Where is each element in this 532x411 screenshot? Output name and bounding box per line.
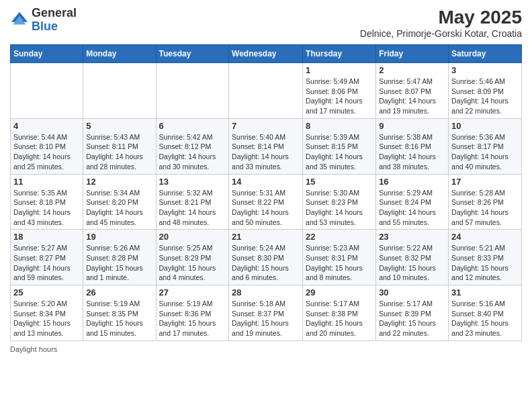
calendar-cell: 25Sunrise: 5:20 AM Sunset: 8:34 PM Dayli… [11, 285, 83, 341]
logo: General Blue [10, 7, 77, 34]
calendar-cell: 10Sunrise: 5:36 AM Sunset: 8:17 PM Dayli… [449, 118, 522, 174]
day-info: Sunrise: 5:42 AM Sunset: 8:12 PM Dayligh… [159, 132, 226, 172]
calendar-cell: 12Sunrise: 5:34 AM Sunset: 8:20 PM Dayli… [83, 174, 156, 230]
day-info: Sunrise: 5:38 AM Sunset: 8:16 PM Dayligh… [379, 132, 445, 172]
day-number: 11 [13, 177, 80, 187]
day-number: 2 [379, 65, 445, 75]
calendar-cell: 29Sunrise: 5:17 AM Sunset: 8:38 PM Dayli… [303, 285, 376, 341]
calendar-cell: 13Sunrise: 5:32 AM Sunset: 8:21 PM Dayli… [156, 174, 229, 230]
calendar-day-header: Thursday [303, 45, 376, 63]
day-number: 17 [451, 177, 519, 187]
logo-general-text: General [32, 6, 77, 19]
day-info: Sunrise: 5:18 AM Sunset: 8:37 PM Dayligh… [232, 299, 300, 338]
calendar-week-row: 18Sunrise: 5:27 AM Sunset: 8:27 PM Dayli… [11, 230, 522, 285]
calendar-cell [83, 63, 156, 119]
calendar-week-row: 1Sunrise: 5:49 AM Sunset: 8:06 PM Daylig… [11, 63, 522, 119]
calendar-day-header: Saturday [449, 45, 522, 63]
page-header: General Blue May 2025 Delnice, Primorje-… [10, 7, 522, 39]
calendar-cell: 16Sunrise: 5:29 AM Sunset: 8:24 PM Dayli… [376, 174, 449, 230]
calendar-cell: 8Sunrise: 5:39 AM Sunset: 8:15 PM Daylig… [303, 118, 376, 174]
day-number: 27 [159, 287, 226, 298]
calendar-cell: 15Sunrise: 5:30 AM Sunset: 8:23 PM Dayli… [303, 174, 376, 230]
day-info: Sunrise: 5:16 AM Sunset: 8:40 PM Dayligh… [451, 299, 519, 338]
day-number: 31 [451, 287, 519, 298]
logo-blue-text: Blue [32, 19, 58, 33]
day-info: Sunrise: 5:34 AM Sunset: 8:20 PM Dayligh… [86, 188, 152, 228]
calendar-cell [156, 63, 229, 119]
day-info: Sunrise: 5:32 AM Sunset: 8:21 PM Dayligh… [159, 188, 226, 228]
day-info: Sunrise: 5:25 AM Sunset: 8:29 PM Dayligh… [159, 243, 226, 283]
calendar-cell [229, 63, 303, 119]
day-info: Sunrise: 5:31 AM Sunset: 8:22 PM Dayligh… [232, 188, 300, 228]
day-info: Sunrise: 5:35 AM Sunset: 8:18 PM Dayligh… [13, 188, 80, 228]
calendar-cell: 31Sunrise: 5:16 AM Sunset: 8:40 PM Dayli… [449, 285, 522, 341]
calendar-cell: 27Sunrise: 5:19 AM Sunset: 8:36 PM Dayli… [156, 285, 229, 341]
day-info: Sunrise: 5:36 AM Sunset: 8:17 PM Dayligh… [451, 132, 519, 172]
day-number: 4 [13, 121, 80, 131]
day-number: 15 [306, 177, 373, 187]
calendar-cell: 28Sunrise: 5:18 AM Sunset: 8:37 PM Dayli… [229, 285, 303, 341]
calendar-cell: 30Sunrise: 5:17 AM Sunset: 8:39 PM Dayli… [376, 285, 449, 341]
calendar-week-row: 4Sunrise: 5:44 AM Sunset: 8:10 PM Daylig… [11, 118, 522, 174]
day-number: 30 [379, 287, 445, 298]
day-number: 24 [451, 232, 519, 242]
day-number: 21 [232, 232, 300, 242]
calendar-cell: 9Sunrise: 5:38 AM Sunset: 8:16 PM Daylig… [376, 118, 449, 174]
logo-icon [10, 11, 29, 30]
day-info: Sunrise: 5:26 AM Sunset: 8:28 PM Dayligh… [86, 243, 152, 283]
day-number: 12 [86, 177, 152, 187]
day-info: Sunrise: 5:20 AM Sunset: 8:34 PM Dayligh… [13, 299, 80, 338]
day-info: Sunrise: 5:46 AM Sunset: 8:09 PM Dayligh… [451, 77, 519, 116]
calendar-cell: 1Sunrise: 5:49 AM Sunset: 8:06 PM Daylig… [303, 63, 376, 119]
calendar-cell: 18Sunrise: 5:27 AM Sunset: 8:27 PM Dayli… [11, 230, 83, 285]
calendar-cell: 4Sunrise: 5:44 AM Sunset: 8:10 PM Daylig… [11, 118, 83, 174]
calendar-header-row: SundayMondayTuesdayWednesdayThursdayFrid… [11, 45, 522, 63]
day-number: 10 [451, 121, 519, 131]
day-number: 5 [86, 121, 152, 131]
day-info: Sunrise: 5:24 AM Sunset: 8:30 PM Dayligh… [232, 243, 300, 283]
day-number: 28 [232, 287, 300, 298]
day-info: Sunrise: 5:17 AM Sunset: 8:38 PM Dayligh… [306, 299, 373, 338]
calendar-week-row: 25Sunrise: 5:20 AM Sunset: 8:34 PM Dayli… [11, 285, 522, 341]
day-number: 13 [159, 177, 226, 187]
day-info: Sunrise: 5:30 AM Sunset: 8:23 PM Dayligh… [306, 188, 373, 228]
calendar-cell: 21Sunrise: 5:24 AM Sunset: 8:30 PM Dayli… [229, 230, 303, 285]
calendar-cell: 24Sunrise: 5:21 AM Sunset: 8:33 PM Dayli… [449, 230, 522, 285]
calendar-week-row: 11Sunrise: 5:35 AM Sunset: 8:18 PM Dayli… [11, 174, 522, 230]
day-number: 25 [13, 287, 80, 298]
day-info: Sunrise: 5:39 AM Sunset: 8:15 PM Dayligh… [306, 132, 373, 172]
day-number: 29 [306, 287, 373, 298]
day-number: 26 [86, 287, 152, 298]
day-number: 14 [232, 177, 300, 187]
day-number: 23 [379, 232, 445, 242]
month-year-title: May 2025 [360, 7, 522, 28]
calendar-day-header: Friday [376, 45, 449, 63]
calendar-cell: 3Sunrise: 5:46 AM Sunset: 8:09 PM Daylig… [449, 63, 522, 119]
location-subtitle: Delnice, Primorje-Gorski Kotar, Croatia [360, 28, 522, 39]
calendar-cell: 19Sunrise: 5:26 AM Sunset: 8:28 PM Dayli… [83, 230, 156, 285]
daylight-hours-label: Daylight hours [10, 345, 57, 353]
day-number: 1 [306, 65, 373, 75]
day-number: 16 [379, 177, 445, 187]
day-info: Sunrise: 5:43 AM Sunset: 8:11 PM Dayligh… [86, 132, 152, 172]
calendar-cell: 23Sunrise: 5:22 AM Sunset: 8:32 PM Dayli… [376, 230, 449, 285]
day-info: Sunrise: 5:22 AM Sunset: 8:32 PM Dayligh… [379, 243, 445, 283]
footer: Daylight hours [10, 345, 522, 353]
calendar-cell: 17Sunrise: 5:28 AM Sunset: 8:26 PM Dayli… [449, 174, 522, 230]
day-info: Sunrise: 5:19 AM Sunset: 8:35 PM Dayligh… [86, 299, 152, 338]
calendar-table: SundayMondayTuesdayWednesdayThursdayFrid… [10, 44, 522, 341]
calendar-cell: 5Sunrise: 5:43 AM Sunset: 8:11 PM Daylig… [83, 118, 156, 174]
calendar-cell [11, 63, 83, 119]
calendar-cell: 6Sunrise: 5:42 AM Sunset: 8:12 PM Daylig… [156, 118, 229, 174]
day-info: Sunrise: 5:27 AM Sunset: 8:27 PM Dayligh… [13, 243, 80, 283]
day-info: Sunrise: 5:47 AM Sunset: 8:07 PM Dayligh… [379, 77, 445, 116]
title-block: May 2025 Delnice, Primorje-Gorski Kotar,… [360, 7, 522, 39]
calendar-cell: 20Sunrise: 5:25 AM Sunset: 8:29 PM Dayli… [156, 230, 229, 285]
day-info: Sunrise: 5:29 AM Sunset: 8:24 PM Dayligh… [379, 188, 445, 228]
calendar-day-header: Wednesday [229, 45, 303, 63]
calendar-cell: 26Sunrise: 5:19 AM Sunset: 8:35 PM Dayli… [83, 285, 156, 341]
calendar-cell: 14Sunrise: 5:31 AM Sunset: 8:22 PM Dayli… [229, 174, 303, 230]
calendar-day-header: Tuesday [156, 45, 229, 63]
day-number: 18 [13, 232, 80, 242]
calendar-cell: 2Sunrise: 5:47 AM Sunset: 8:07 PM Daylig… [376, 63, 449, 119]
